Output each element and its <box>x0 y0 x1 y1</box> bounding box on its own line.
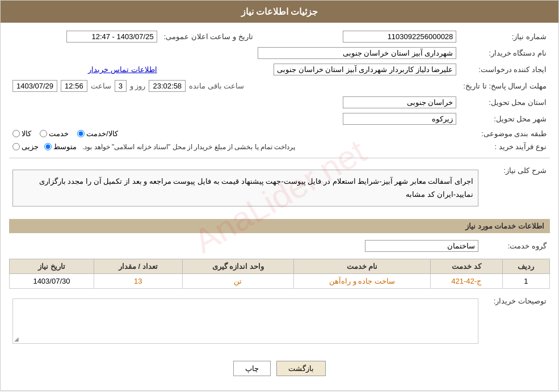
nooe-farayand-label: نوع فرآیند خرید : <box>460 140 550 153</box>
col-code: کد خدمت <box>430 259 502 273</box>
main-info-table: شماره نیاز: 1103092256000028 تاریخ و ساع… <box>9 28 550 153</box>
nam-dastgah-value: شهرداری آبیز استان خراسان جنوبی <box>258 47 456 59</box>
radio-motavasset[interactable] <box>44 143 52 150</box>
goroh-table: گروه خدمت: ساختمان <box>9 238 550 254</box>
etelaate-tamas-link[interactable]: اطلاعات تماس خریدار <box>88 65 157 74</box>
tarikh-saat-label: تاریخ و ساعت اعلان عمومی: <box>161 28 257 45</box>
tarikh-saat-value: 1403/07/25 - 12:47 <box>66 31 157 43</box>
sharh-label: شرح کلی نیاز: <box>482 163 550 213</box>
col-name: نام خدمت <box>293 259 430 273</box>
ostan-value: خراسان جنوبی <box>343 96 456 108</box>
tabaqe-label: طبقه بندی موضوعی: <box>460 127 550 140</box>
footer-buttons: بازگشت چاپ <box>9 352 550 385</box>
radio-jozvi-label: جزیی <box>22 142 39 151</box>
rooz-label: روز و <box>130 82 146 90</box>
radio-kala-item[interactable]: کالا <box>12 129 31 138</box>
khadamat-section-title: اطلاعات خدمات مورد نیاز <box>9 219 550 233</box>
nam-dastgah-label: نام دستگاه خریدار: <box>460 45 550 61</box>
page-header: جزئیات اطلاعات نیاز <box>1 1 558 23</box>
radio-kala-khadamat-label: کالا/خدمت <box>86 129 118 138</box>
sharh-value: اجرای آسفالت معابر شهر آبیز-شرایط استعلا… <box>12 170 478 206</box>
tosifat-box: ◢ <box>12 298 478 344</box>
radio-kala[interactable] <box>12 130 20 137</box>
goroh-label: گروه خدمت: <box>482 238 550 254</box>
rooz-value: 3 <box>115 80 127 92</box>
radio-khadamat-item[interactable]: خدمت <box>40 129 69 138</box>
print-button[interactable]: چاپ <box>233 361 271 376</box>
radio-kala-khadamat[interactable] <box>77 130 85 137</box>
mohlat-label: مهلت ارسال پاسخ: تا تاریخ: <box>460 78 550 94</box>
radio-kala-khadamat-item[interactable]: کالا/خدمت <box>77 129 118 138</box>
resize-corner: ◢ <box>14 336 19 342</box>
tosifat-label: توصیحات خریدار: <box>482 293 550 349</box>
shomara-niaz-value: 1103092256000028 <box>343 31 456 43</box>
ostan-label: استان محل تحویل: <box>460 94 550 111</box>
col-tarikh: تاریخ نیاز <box>10 259 94 273</box>
radio-jozvi[interactable] <box>12 143 20 150</box>
sharh-table: شرح کلی نیاز: اجرای آسفالت معابر شهر آبی… <box>9 163 550 213</box>
radio-jozvi-item[interactable]: جزیی <box>12 142 39 151</box>
col-tedad: تعداد / مقدار <box>94 259 182 273</box>
shahr-label: شهر محل تحویل: <box>460 111 550 127</box>
radio-motavasset-item[interactable]: متوسط <box>44 142 77 151</box>
radio-khadamat-label: خدمت <box>49 129 69 138</box>
radio-motavasset-label: متوسط <box>53 142 77 151</box>
ijad-label: ایجاد کننده درخواست: <box>460 61 550 78</box>
ijad-value: علیرضا دلیاز کاربردار شهرداری آبیز استان… <box>274 64 456 75</box>
radio-kala-label: کالا <box>22 129 31 138</box>
tosifat-table: توصیحات خریدار: ◢ <box>9 293 550 349</box>
radio-khadamat[interactable] <box>40 130 47 137</box>
baqi-value: 23:02:58 <box>149 80 186 92</box>
saat-label: ساعت <box>91 82 111 90</box>
goroh-value: ساختمان <box>365 240 478 252</box>
page-title: جزئیات اطلاعات نیاز <box>241 7 318 16</box>
tarikh-date: 1403/07/29 <box>12 80 57 92</box>
back-button[interactable]: بازگشت <box>276 361 326 376</box>
farayand-note: پرداخت تمام یا بخشی از مبلغ خریدار از مح… <box>82 143 295 151</box>
services-table: ردیف کد خدمت نام خدمت واحد اندازه گیری ت… <box>9 259 550 289</box>
shahr-value: زیرکوه <box>343 113 456 125</box>
col-vahed: واحد اندازه گیری <box>182 259 293 273</box>
table-row: 1ج-42-421ساخت جاده و راه‌آهنتن131403/07/… <box>10 273 550 288</box>
shomara-niaz-label: شماره نیاز: <box>460 28 550 45</box>
saat-value: 12:56 <box>61 80 87 92</box>
baqi-saat-label: ساعت باقی مانده <box>189 82 244 90</box>
col-radif: ردیف <box>502 259 549 273</box>
